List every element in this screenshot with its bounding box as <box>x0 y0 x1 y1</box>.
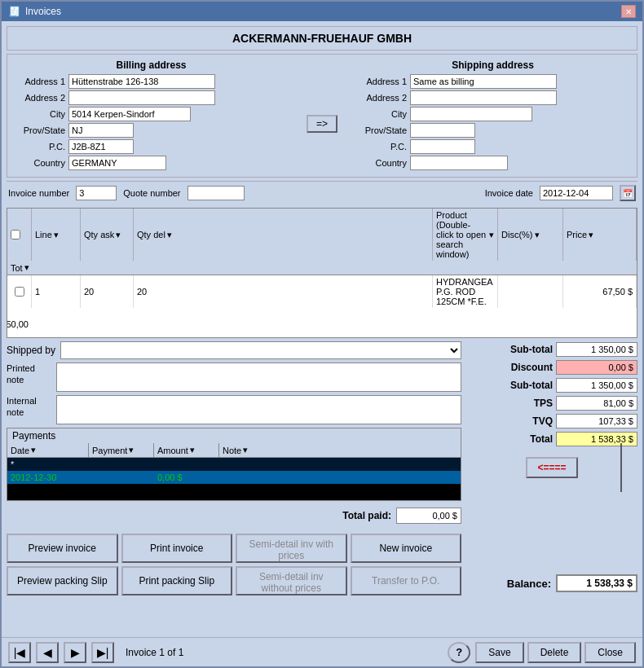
invoice-number-input[interactable] <box>76 186 117 200</box>
close-window-button[interactable]: ✕ <box>621 5 636 18</box>
payments-col-amount[interactable]: Amount ▾ <box>154 443 219 457</box>
shipping-country-input[interactable] <box>410 156 508 170</box>
printed-note-row: Printed note <box>7 363 461 392</box>
sub-total-row: Sub-total 1 350,00 $ <box>466 341 637 358</box>
transfer-to-po-button[interactable]: Transfer to P.O. <box>351 566 462 595</box>
internal-note-input[interactable] <box>56 395 461 424</box>
payment-type <box>89 471 154 484</box>
select-all-checkbox[interactable] <box>11 230 20 240</box>
billing-address1-input[interactable] <box>68 74 215 89</box>
semi-detail-without-prices-button[interactable]: Semi-detail inv without prices <box>236 566 347 595</box>
billing-address2-row: Address 2 <box>12 90 290 105</box>
payments-col-note[interactable]: Note ▾ <box>219 443 461 457</box>
printed-note-input[interactable] <box>56 363 461 392</box>
shipping-prov-label: Prov/State <box>354 125 407 135</box>
balance-value: 1 538,33 $ <box>556 574 637 592</box>
col-header-tot[interactable]: Tot ▾ <box>7 261 32 275</box>
help-button[interactable]: ? <box>448 642 470 663</box>
nav-prev-button[interactable]: ◀ <box>36 642 59 663</box>
tps-label: TPS <box>487 398 553 409</box>
row-qty-del: 20 <box>134 275 433 308</box>
nav-actions: Save Delete Close <box>475 642 636 663</box>
shipped-by-select[interactable] <box>60 341 461 359</box>
invoice-date-input[interactable] <box>540 186 613 200</box>
payments-col-date[interactable]: Date ▾ <box>7 443 89 457</box>
company-name: ACKERMANN-FRUEHAUF GMBH <box>232 32 412 45</box>
total-paid-input[interactable] <box>396 508 461 524</box>
col-header-product[interactable]: Product (Double-click to open search win… <box>433 209 498 261</box>
quote-number-label: Quote number <box>123 188 180 198</box>
billing-city-row: City <box>12 107 290 121</box>
billing-city-input[interactable] <box>68 107 191 121</box>
col-header-line[interactable]: Line ▾ <box>32 209 81 261</box>
billing-prov-row: Prov/State <box>12 123 290 138</box>
row-product[interactable]: HYDRANGEA P.G. ROD 125CM *F.E. <box>433 275 498 308</box>
balance-section: Balance: 1 538,33 $ <box>466 571 637 595</box>
billing-address2-input[interactable] <box>68 90 215 105</box>
col-header-price[interactable]: Price ▾ <box>563 209 637 261</box>
calendar-button[interactable]: 📅 <box>620 185 636 201</box>
shipping-address2-row: Address 2 <box>354 90 632 105</box>
billing-country-input[interactable] <box>68 156 166 170</box>
print-invoice-button[interactable]: Print invoice <box>121 534 233 563</box>
col-header-qty-ask[interactable]: Qty ask ▾ <box>81 209 134 261</box>
shipping-pc-label: P.C. <box>354 142 407 152</box>
shipped-by-row: Shipped by <box>7 341 461 359</box>
sub-total2-value: 1 350,00 $ <box>556 378 637 393</box>
invoice-number-label: Invoice number <box>8 188 69 198</box>
shipping-prov-input[interactable] <box>410 123 475 138</box>
shipping-address2-input[interactable] <box>410 90 557 105</box>
tvq-row: TVQ 107,33 $ <box>466 413 637 429</box>
tps-row: TPS 81,00 $ <box>466 395 637 411</box>
buttons-row1: Preview invoice Print invoice Semi-detai… <box>7 534 461 563</box>
line-items-table: Line ▾ Qty ask ▾ Qty del ▾ Product (Doub… <box>7 208 637 338</box>
discount-value: 0,00 $ <box>556 360 637 375</box>
shipping-pc-input[interactable] <box>410 139 475 154</box>
payment-amount: 0,00 $ <box>154 471 219 484</box>
payments-col-payment[interactable]: Payment ▾ <box>89 443 154 457</box>
row-checkbox[interactable] <box>15 287 24 297</box>
tvq-value: 107,33 $ <box>556 414 637 428</box>
billing-address1-label: Address 1 <box>12 77 65 86</box>
preview-packing-slip-button[interactable]: Preview packing Slip <box>7 566 118 595</box>
shipping-country-label: Country <box>354 158 407 168</box>
arrow-connector-button[interactable]: <==== <box>526 457 577 478</box>
row-price: 67,50 $ <box>563 275 637 308</box>
balance-arrow-connector <box>605 443 637 492</box>
shipping-address1-label: Address 1 <box>354 77 407 86</box>
nav-first-button[interactable]: |◀ <box>8 642 31 663</box>
shipping-country-row: Country <box>354 156 632 170</box>
payments-empty-row <box>7 484 461 500</box>
title-bar: 🧾 Invoices ✕ <box>2 2 642 21</box>
new-invoice-button[interactable]: New invoice <box>351 534 462 563</box>
print-packing-slip-button[interactable]: Print packing Slip <box>121 566 233 595</box>
billing-pc-row: P.C. <box>12 139 290 154</box>
payments-section: Payments Date ▾ Payment ▾ Amount ▾ Note … <box>7 428 461 501</box>
shipping-address1-input[interactable] <box>410 74 557 89</box>
total-paid-label: Total paid: <box>342 510 391 521</box>
billing-pc-input[interactable] <box>68 139 134 154</box>
address-section: Billing address Address 1 Address 2 City… <box>7 54 637 178</box>
close-button[interactable]: Close <box>584 642 636 663</box>
payments-data-row: 2012-12-30 0,00 $ <box>7 471 461 484</box>
nav-next-button[interactable]: ▶ <box>64 642 86 663</box>
save-button[interactable]: Save <box>475 642 523 663</box>
preview-invoice-button[interactable]: Preview invoice <box>7 534 118 563</box>
semi-detail-with-prices-button[interactable]: Semi-detail inv with prices <box>236 534 347 563</box>
billing-address-col: Billing address Address 1 Address 2 City… <box>12 59 290 172</box>
nav-bar: |◀ ◀ ▶ ▶| Invoice 1 of 1 ? Save Delete C… <box>2 637 642 666</box>
shipping-address-label: Shipping address <box>354 59 632 71</box>
shipping-address1-row: Address 1 <box>354 74 632 89</box>
copy-address-button[interactable]: => <box>307 115 337 133</box>
nav-last-button[interactable]: ▶| <box>91 642 114 663</box>
col-header-qty-del[interactable]: Qty del ▾ <box>134 209 433 261</box>
shipping-city-row: City <box>354 107 632 121</box>
quote-number-input[interactable] <box>187 186 245 200</box>
sub-total2-label: Sub-total <box>487 380 553 391</box>
balance-label: Balance: <box>507 578 551 590</box>
col-header-disc[interactable]: Disc(%) ▾ <box>498 209 563 261</box>
shipping-city-input[interactable] <box>410 107 532 121</box>
table-row: 1 20 20 HYDRANGEA P.G. ROD 125CM *F.E. 6… <box>7 275 637 338</box>
delete-button[interactable]: Delete <box>527 642 582 663</box>
billing-prov-input[interactable] <box>68 123 134 138</box>
